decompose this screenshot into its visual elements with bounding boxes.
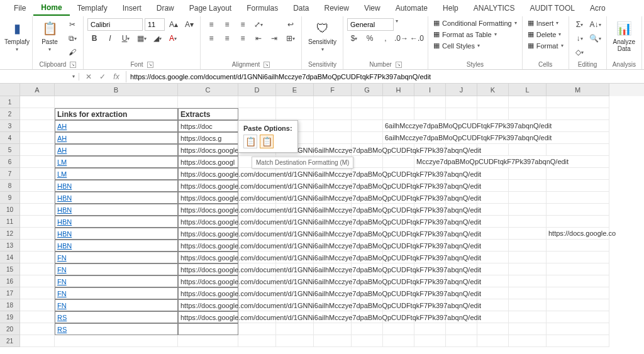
- cell-B20[interactable]: RS: [55, 323, 178, 335]
- row-header-12[interactable]: 12: [0, 228, 20, 240]
- cell-A21[interactable]: [20, 335, 55, 347]
- tab-file[interactable]: File: [6, 1, 33, 15]
- align-right-button[interactable]: ≡: [236, 32, 250, 45]
- cell-B4[interactable]: AH: [55, 132, 178, 144]
- cell-B18[interactable]: FN: [55, 299, 178, 311]
- cell-B16[interactable]: FN: [55, 275, 178, 287]
- clipboard-dialog-launcher[interactable]: ↘: [70, 62, 76, 68]
- column-header-A[interactable]: A: [20, 84, 55, 96]
- tab-page-layout[interactable]: Page Layout: [182, 1, 239, 15]
- row-header-21[interactable]: 21: [0, 335, 20, 347]
- cell-F4[interactable]: [314, 132, 352, 144]
- comma-button[interactable]: ,: [379, 32, 392, 45]
- insert-cells-button[interactable]: ▦Insert▾: [526, 18, 565, 28]
- cell-M21[interactable]: [547, 335, 609, 347]
- cell-L16[interactable]: [509, 275, 547, 287]
- tab-acrobat[interactable]: Acro: [582, 1, 613, 15]
- align-top-button[interactable]: ≡: [204, 18, 218, 31]
- merge-button[interactable]: ⊞▾: [284, 32, 297, 45]
- cell-G21[interactable]: [352, 335, 383, 347]
- row-header-7[interactable]: 7: [0, 168, 20, 180]
- cell-M15[interactable]: [547, 263, 609, 275]
- cell-B9[interactable]: HBN: [55, 192, 178, 204]
- cell-C11[interactable]: https://docs.google.com/document/d/1GNNi…: [178, 216, 238, 228]
- conditional-formatting-button[interactable]: ▦Conditional Formatting▾: [432, 18, 518, 28]
- percent-button[interactable]: %: [363, 32, 377, 45]
- cell-C17[interactable]: https://docs.google.com/document/d/1GNNi…: [178, 287, 238, 299]
- tab-draw[interactable]: Draw: [149, 1, 182, 15]
- find-select-button[interactable]: 🔍▾: [589, 32, 602, 45]
- cell-overflow-4[interactable]: 6ailhMcczye7dpaBMoQpCUDFtqkF7Pk397abqnQ/…: [383, 132, 609, 144]
- cell-C15[interactable]: https://docs.google.com/document/d/1GNNi…: [178, 263, 238, 275]
- cell-J1[interactable]: [446, 96, 477, 108]
- paste-option-match-dest[interactable]: 📋: [260, 135, 274, 148]
- tab-home[interactable]: Home: [33, 1, 69, 16]
- wrap-text-button[interactable]: ↩: [284, 18, 297, 31]
- fx-button[interactable]: fx: [111, 71, 122, 82]
- column-header-C[interactable]: C: [178, 84, 238, 96]
- cell-H2[interactable]: [383, 108, 414, 120]
- cell-G6[interactable]: [352, 156, 383, 168]
- cell-B15[interactable]: FN: [55, 263, 178, 275]
- name-box[interactable]: ▾: [0, 73, 79, 80]
- chevron-down-icon[interactable]: ▾: [72, 74, 75, 79]
- cell-A5[interactable]: [20, 144, 55, 156]
- align-left-button[interactable]: ≡: [204, 32, 218, 45]
- cell-A16[interactable]: [20, 275, 55, 287]
- analyze-data-button[interactable]: 📊 Analyze Data: [611, 18, 638, 53]
- row-header-16[interactable]: 16: [0, 275, 20, 287]
- cell-G4[interactable]: [352, 132, 383, 144]
- cell-A9[interactable]: [20, 192, 55, 204]
- cell-C4[interactable]: https://docs.g: [178, 132, 238, 144]
- formula-input[interactable]: [126, 73, 644, 80]
- cell-C14[interactable]: https://docs.google.com/document/d/1GNNi…: [178, 252, 238, 263]
- row-header-15[interactable]: 15: [0, 263, 20, 275]
- cell-A18[interactable]: [20, 299, 55, 311]
- cell-A17[interactable]: [20, 287, 55, 299]
- accounting-button[interactable]: $▾: [347, 32, 361, 45]
- cell-B3[interactable]: AH: [55, 120, 178, 132]
- cell-M2[interactable]: [547, 108, 609, 120]
- paste-option-keep-source[interactable]: 📋: [243, 135, 257, 148]
- cell-K8[interactable]: [477, 180, 509, 192]
- cell-L13[interactable]: [509, 240, 547, 252]
- row-header-5[interactable]: 5: [0, 144, 20, 156]
- row-header-20[interactable]: 20: [0, 323, 20, 335]
- cell-A3[interactable]: [20, 120, 55, 132]
- cell-K1[interactable]: [477, 96, 509, 108]
- cell-L17[interactable]: [509, 287, 547, 299]
- cell-H21[interactable]: [383, 335, 414, 347]
- cell-K13[interactable]: [477, 240, 509, 252]
- cell-C6[interactable]: https://docs.googl: [178, 156, 238, 168]
- decrease-decimal-button[interactable]: ←.0: [410, 32, 424, 45]
- cell-I1[interactable]: [414, 96, 446, 108]
- tab-formulas[interactable]: Formulas: [239, 1, 286, 15]
- cell-B21[interactable]: [55, 335, 178, 347]
- cell-C12[interactable]: https://docs.google.com/document/d/1GNNi…: [178, 228, 238, 240]
- tab-data[interactable]: Data: [286, 1, 316, 15]
- cell-G3[interactable]: [352, 120, 383, 132]
- cell-C1[interactable]: [178, 96, 238, 108]
- cell-B6[interactable]: LM: [55, 156, 178, 168]
- cell-C2[interactable]: Extracts: [178, 108, 238, 120]
- cell-J2[interactable]: [446, 108, 477, 120]
- column-header-K[interactable]: K: [477, 84, 509, 96]
- cell-B10[interactable]: HBN: [55, 204, 178, 216]
- cell-I2[interactable]: [414, 108, 446, 120]
- fill-button[interactable]: ↓▾: [573, 32, 587, 45]
- increase-indent-button[interactable]: ⇥: [267, 32, 281, 45]
- cell-M8[interactable]: [547, 180, 609, 192]
- cell-A14[interactable]: [20, 252, 55, 263]
- column-header-J[interactable]: J: [446, 84, 477, 96]
- sort-filter-button[interactable]: A↓▾: [589, 18, 602, 31]
- cell-B7[interactable]: LM: [55, 168, 178, 180]
- row-header-19[interactable]: 19: [0, 311, 20, 323]
- row-header-14[interactable]: 14: [0, 252, 20, 263]
- cell-L5[interactable]: [509, 144, 547, 156]
- cell-I20[interactable]: [414, 323, 446, 335]
- row-header-1[interactable]: 1: [0, 96, 20, 108]
- row-header-13[interactable]: 13: [0, 240, 20, 252]
- font-name-selector[interactable]: [87, 18, 143, 31]
- cell-A7[interactable]: [20, 168, 55, 180]
- cell-B12[interactable]: HBN: [55, 228, 178, 240]
